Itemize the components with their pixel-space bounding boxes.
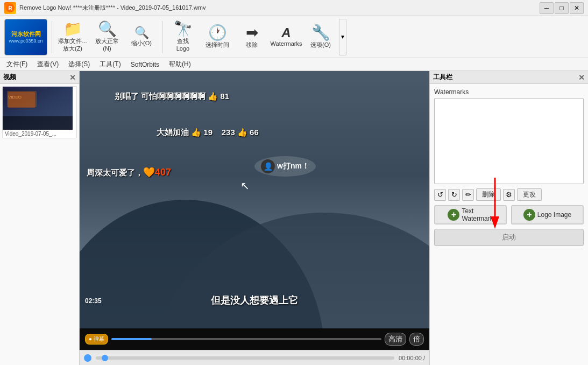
watermarks-section: Watermarks ↺ ↻ ✏ 删除 ⚙ 更改 + TextWatermark… — [430, 84, 588, 365]
video-time-overlay: 02:35 — [85, 297, 102, 305]
zoom-normal-button[interactable]: 🔍 放大正常(N) — [91, 19, 123, 55]
danmaku-badge[interactable]: ● 弹幕 — [85, 334, 108, 345]
left-panel: 视频 ✕ — [0, 71, 80, 365]
menu-tools[interactable]: 工具(T) — [95, 59, 125, 70]
remove-button[interactable]: ➡ 移除 — [236, 19, 268, 55]
add-watermark-section: + TextWatermark + Logo Image — [434, 205, 584, 224]
progress-fill — [111, 338, 152, 340]
select-time-button[interactable]: 🕐 选择时间 — [201, 19, 233, 55]
find-logo-button[interactable]: 🔭 查找Logo — [167, 19, 199, 55]
app-logo: R — [4, 2, 16, 14]
add-logo-icon: + — [523, 209, 535, 221]
edit-button[interactable]: ✏ — [462, 189, 474, 201]
timeline-bar: 00:00:00 / — [80, 350, 429, 365]
speed-button[interactable]: 倍 — [409, 333, 424, 346]
wrench-icon: 🔧 — [311, 25, 330, 40]
svg-text:VIDEO: VIDEO — [8, 95, 22, 100]
add-text-watermark-button[interactable]: + TextWatermark — [434, 205, 507, 224]
video-panel-title: 视频 — [3, 73, 16, 82]
right-panel: 工具栏 ✕ Watermarks ↺ ↻ ✏ 删除 ⚙ 更改 + TextWat… — [429, 71, 588, 365]
delete-button[interactable]: 删除 — [476, 188, 501, 201]
zoom-out-icon: 🔍 — [134, 27, 149, 39]
clock-icon: 🕐 — [208, 25, 227, 40]
add-file-icon: 📁 — [63, 22, 82, 37]
video-item-name: Video_2019-07-05_... — [3, 130, 76, 138]
title-bar: R Remove Logo Now! ****未注册版**** - Video_… — [0, 0, 588, 16]
minimize-button[interactable]: ─ — [540, 2, 554, 14]
menu-file[interactable]: 文件(F) — [2, 59, 32, 70]
progress-bar[interactable] — [111, 338, 381, 340]
svg-rect-3 — [7, 91, 37, 107]
modify-button[interactable]: 更改 — [517, 188, 542, 201]
timeline-thumb — [102, 355, 108, 361]
timeline-play-btn[interactable] — [84, 354, 91, 362]
zoom-normal-icon: 🔍 — [98, 22, 117, 37]
video-list: VIDEO Video_2019-07-05_... — [0, 84, 79, 365]
app-toolbar-logo: 河东软件网 www.pc0359.cn — [4, 19, 47, 55]
toolbar: 河东软件网 www.pc0359.cn 📁 添加文件... 放大(Z) 🔍 放大… — [0, 16, 588, 58]
redo-button[interactable]: ↻ — [448, 189, 460, 201]
video-area[interactable]: 别唱了 可怕啊啊啊啊啊啊 👍 81 大娟加油 👍 19 233 👍 66 周深太… — [80, 71, 429, 365]
hd-button[interactable]: 高清 — [385, 333, 406, 346]
start-button[interactable]: 启动 — [434, 229, 584, 246]
watermarks-label: Watermarks — [434, 88, 584, 96]
add-logo-label: Logo Image — [537, 211, 571, 219]
add-text-icon: + — [448, 209, 459, 221]
watermarks-button[interactable]: A Watermarks — [270, 19, 302, 55]
menubar: 文件(F) 查看(V) 选择(S) 工具(T) SoftOrbits 帮助(H) — [0, 58, 588, 71]
toolbar-dropdown-button[interactable]: ▼ — [339, 19, 346, 55]
window-title: Remove Logo Now! ****未注册版**** - Video_20… — [19, 4, 540, 12]
watermarks-list[interactable] — [434, 98, 584, 184]
close-button[interactable]: ✕ — [570, 2, 584, 14]
timeline-time: 00:00:00 / — [399, 355, 425, 361]
main-content: 视频 ✕ — [0, 71, 588, 365]
add-file-button[interactable]: 📁 添加文件... 放大(Z) — [56, 19, 89, 55]
list-item[interactable]: VIDEO Video_2019-07-05_... — [2, 86, 77, 138]
svg-rect-5 — [3, 116, 73, 130]
zoom-out-button[interactable]: 🔍 缩小(O) — [125, 19, 158, 55]
tools-panel-header: 工具栏 ✕ — [430, 71, 588, 84]
video-panel-close[interactable]: ✕ — [69, 73, 76, 82]
remove-icon: ➡ — [246, 25, 258, 40]
tools-panel-title: 工具栏 — [433, 73, 452, 82]
add-logo-image-button[interactable]: + Logo Image — [511, 205, 584, 224]
video-controls: ● 弹幕 高清 倍 — [80, 328, 429, 350]
window-controls: ─ □ ✕ — [540, 2, 584, 14]
menu-select[interactable]: 选择(S) — [64, 59, 94, 70]
svg-text:R: R — [8, 5, 12, 11]
timeline-slider[interactable] — [96, 356, 394, 360]
toolbar-separator-2 — [162, 21, 162, 53]
undo-button[interactable]: ↺ — [434, 189, 446, 201]
menu-view[interactable]: 查看(V) — [33, 59, 63, 70]
binoculars-icon: 🔭 — [174, 22, 193, 37]
options-button[interactable]: 🔧 选项(O) — [304, 19, 337, 55]
maximize-button[interactable]: □ — [555, 2, 569, 14]
settings-button[interactable]: ⚙ — [503, 189, 515, 201]
menu-softorbits[interactable]: SoftOrbits — [126, 60, 164, 69]
tools-panel-close[interactable]: ✕ — [578, 73, 585, 82]
add-text-watermark-label: TextWatermark — [462, 207, 493, 222]
watermarks-toolbar: ↺ ↻ ✏ 删除 ⚙ 更改 — [434, 188, 584, 201]
watermarks-icon: A — [281, 26, 291, 39]
video-canvas: 别唱了 可怕啊啊啊啊啊啊 👍 81 大娟加油 👍 19 233 👍 66 周深太… — [80, 71, 429, 328]
menu-help[interactable]: 帮助(H) — [165, 59, 195, 70]
video-panel-header: 视频 ✕ — [0, 71, 79, 84]
toolbar-separator-1 — [52, 21, 52, 53]
video-thumbnail: VIDEO — [3, 87, 73, 130]
